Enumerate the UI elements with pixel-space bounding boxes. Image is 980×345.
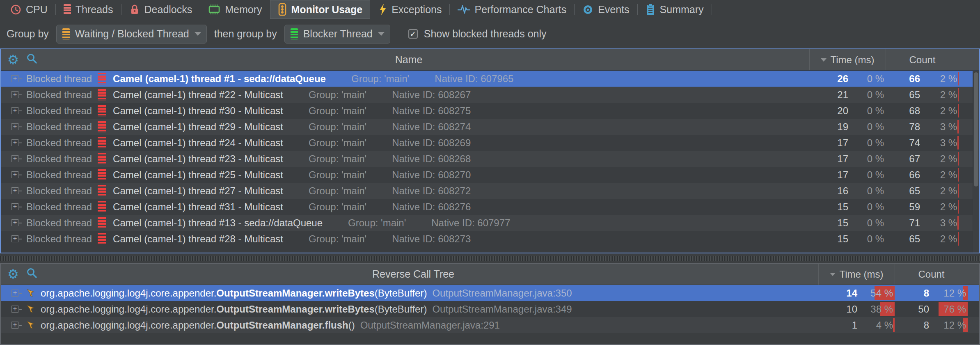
thread-row[interactable]: +Blocked threadCamel (camel-1) thread #2… [1, 87, 979, 103]
show-blocked-threads-checkbox[interactable]: ✓ Show blocked threads only [408, 28, 547, 40]
time-percent-cell: 0 % [848, 167, 886, 183]
tree-expander-icon[interactable]: + [11, 75, 22, 82]
tree-expander-icon[interactable]: + [11, 235, 22, 242]
name-column-header[interactable]: Name [1, 54, 817, 66]
time-column-header[interactable]: Time (ms) [818, 264, 895, 285]
checkbox-checked-icon: ✓ [408, 29, 418, 39]
tree-expander-icon[interactable]: + [11, 306, 22, 313]
tree-expander-icon[interactable]: + [11, 171, 22, 178]
tab-memory[interactable]: Memory [200, 0, 270, 19]
tab-label: Performance Charts [474, 4, 566, 16]
calltree-row[interactable]: +org.apache.logging.log4j.core.appender.… [1, 285, 979, 301]
then-group-by-label: then group by [214, 28, 277, 40]
thread-row[interactable]: +Blocked threadCamel (camel-1) thread #2… [1, 119, 979, 135]
grouping-toolbar: Group by Waiting / Blocked Thread then g… [0, 19, 980, 48]
count-column-header[interactable]: Count [886, 49, 959, 70]
tree-expander-icon[interactable]: + [11, 139, 22, 146]
dropdown-value: Blocker Thread [303, 28, 373, 40]
search-icon[interactable] [26, 267, 37, 281]
tab-performance-charts[interactable]: Performance Charts [450, 0, 574, 19]
thread-row[interactable]: +Blocked threadCamel (camel-1) thread #3… [1, 199, 979, 215]
tree-expander-icon[interactable]: + [11, 203, 22, 210]
count-percent-cell: 76 % [929, 301, 968, 317]
tree-expander-icon[interactable]: + [11, 107, 22, 114]
method-arrow-icon [26, 320, 36, 330]
thread-row[interactable]: +Blocked threadCamel (camel-1) thread #2… [1, 183, 979, 199]
gear-icon[interactable]: ⚙ [7, 268, 19, 281]
reverse-call-tree-panel: ⚙ Reverse Call Tree Time (ms) Count +org… [0, 263, 980, 345]
checkbox-label: Show blocked threads only [424, 28, 547, 40]
thread-row[interactable]: +Blocked threadCamel (camel-1) thread #2… [1, 135, 979, 151]
time-percent-cell: 54 % [857, 285, 895, 301]
time-value: 16 [809, 185, 848, 197]
thread-row[interactable]: +Blocked threadCamel (camel-1) thread #1… [1, 215, 979, 231]
calltree-title: Reverse Call Tree [1, 268, 826, 280]
green-thread-bars-icon [291, 28, 298, 39]
tree-expander-icon[interactable]: + [11, 322, 22, 329]
search-icon[interactable] [26, 53, 37, 67]
count-column-header[interactable]: Count [895, 264, 968, 285]
time-value: 20 [809, 105, 848, 117]
cpu-clock-icon [10, 4, 21, 15]
blocked-thread-icon [98, 153, 106, 165]
group-by-label: Group by [7, 28, 49, 40]
threads-table-header: ⚙ Name Time (ms) Count [1, 49, 979, 71]
thread-row[interactable]: +Blocked threadCamel (camel-1) thread #2… [1, 151, 979, 167]
traffic-light-icon [278, 3, 287, 16]
thread-row[interactable]: +Blocked threadCamel (camel-1) thread #3… [1, 103, 979, 119]
scrollbar-thumb[interactable] [974, 72, 978, 186]
time-value: 19 [809, 121, 848, 133]
tree-expander-icon[interactable]: + [11, 91, 22, 98]
time-value: 15 [809, 201, 848, 213]
waiting-blocked-thread-dropdown[interactable]: Waiting / Blocked Thread [56, 25, 207, 44]
calltree-row[interactable]: +org.apache.logging.log4j.core.appender.… [1, 301, 979, 317]
calltree-row[interactable]: +org.apache.logging.log4j.core.appender.… [1, 317, 979, 333]
count-percent-cell: 2 % [920, 151, 959, 167]
time-percent-cell: 0 % [848, 231, 886, 247]
tab-deadlocks[interactable]: Deadlocks [121, 0, 200, 19]
panel-splitter[interactable] [0, 253, 980, 263]
tab-summary[interactable]: Summary [638, 0, 712, 19]
time-percent-cell: 0 % [848, 87, 886, 103]
time-value: 21 [809, 89, 848, 101]
calltree-table-header: ⚙ Reverse Call Tree Time (ms) Count [1, 264, 979, 285]
chevron-down-icon [378, 32, 385, 36]
blocked-thread-icon [98, 233, 106, 245]
count-value: 65 [886, 89, 920, 101]
tree-expander-icon[interactable]: + [11, 123, 22, 130]
tab-label: Monitor Usage [291, 4, 363, 16]
time-value: 17 [809, 153, 848, 165]
time-column-header[interactable]: Time (ms) [809, 49, 886, 70]
time-percent-cell: 0 % [848, 199, 886, 215]
vertical-scrollbar[interactable] [973, 71, 979, 253]
tab-label: Summary [660, 4, 704, 16]
blocker-thread-dropdown[interactable]: Blocker Thread [284, 25, 390, 44]
tab-cpu[interactable]: CPU [2, 0, 55, 19]
count-percent-cell: 12 % [929, 285, 968, 301]
time-value: 1 [818, 320, 857, 331]
tab-threads[interactable]: Threads [56, 0, 121, 19]
gear-icon[interactable]: ⚙ [7, 53, 19, 66]
count-percent-cell: 3 % [920, 135, 959, 151]
count-percent-cell: 3 % [920, 215, 959, 231]
sort-descending-icon [830, 273, 836, 276]
tree-expander-icon[interactable]: + [11, 219, 22, 226]
tree-expander-icon[interactable]: + [11, 155, 22, 162]
orange-thread-bars-icon [62, 28, 70, 39]
tab-exceptions[interactable]: Exceptions [370, 0, 449, 19]
thread-row[interactable]: +Blocked threadCamel (camel-1) thread #2… [1, 167, 979, 183]
thread-row[interactable]: +Blocked threadCamel (camel-1) thread #2… [1, 231, 979, 247]
tree-expander-icon[interactable]: + [11, 187, 22, 194]
blocked-thread-icon [98, 201, 106, 213]
chevron-down-icon [195, 32, 201, 36]
tree-expander-icon[interactable]: + [11, 290, 22, 297]
time-percent-cell: 0 % [848, 183, 886, 199]
blocked-thread-icon [98, 185, 106, 197]
calltree-rows: +org.apache.logging.log4j.core.appender.… [1, 285, 979, 344]
tab-events[interactable]: Events [575, 0, 637, 19]
tab-monitor-usage[interactable]: Monitor Usage [270, 0, 371, 19]
count-value: 67 [886, 153, 920, 165]
time-value: 17 [809, 137, 848, 149]
time-percent-cell: 0 % [848, 135, 886, 151]
thread-row[interactable]: +Blocked threadCamel (camel-1) thread #1… [1, 71, 979, 87]
